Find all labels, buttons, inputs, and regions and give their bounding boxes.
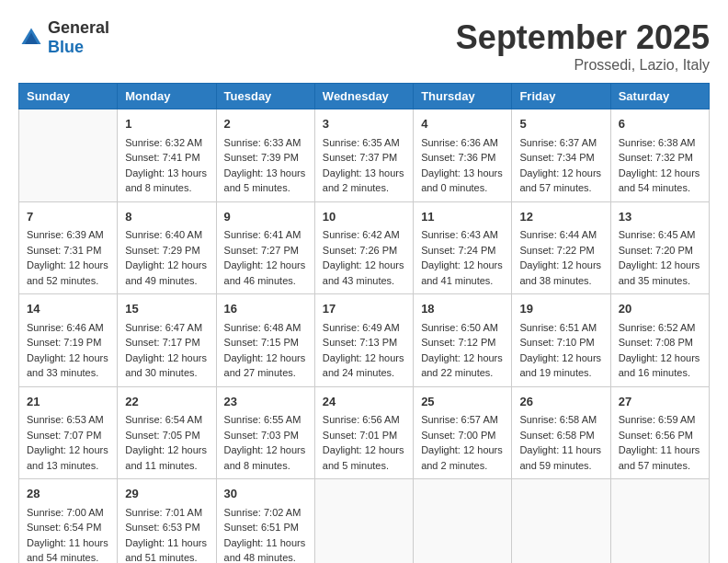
day-number: 24 <box>323 393 405 411</box>
daylight-text: Daylight: 11 hours and 54 minutes. <box>27 537 108 564</box>
calendar-cell <box>512 479 610 564</box>
daylight-text: Daylight: 12 hours and 8 minutes. <box>224 444 306 471</box>
daylight-text: Daylight: 12 hours and 19 minutes. <box>519 352 601 379</box>
sunset-text: Sunset: 7:37 PM <box>323 152 397 163</box>
weekday-header: Sunday <box>19 84 118 109</box>
calendar-week-row: 28 Sunrise: 7:00 AM Sunset: 6:54 PM Dayl… <box>19 479 710 564</box>
weekday-header: Friday <box>512 84 610 109</box>
sunset-text: Sunset: 7:24 PM <box>421 245 495 256</box>
day-number: 16 <box>224 300 307 318</box>
day-number: 30 <box>224 485 307 503</box>
calendar-cell <box>414 479 512 564</box>
day-number: 20 <box>619 300 701 318</box>
sunrise-text: Sunrise: 6:56 AM <box>323 414 400 425</box>
daylight-text: Daylight: 12 hours and 27 minutes. <box>224 352 306 379</box>
sunset-text: Sunset: 7:12 PM <box>421 337 495 348</box>
sunrise-text: Sunrise: 6:45 AM <box>619 229 696 240</box>
calendar-cell: 1 Sunrise: 6:32 AM Sunset: 7:41 PM Dayli… <box>118 109 216 202</box>
calendar-cell: 24 Sunrise: 6:56 AM Sunset: 7:01 PM Dayl… <box>314 386 413 479</box>
calendar-cell: 26 Sunrise: 6:58 AM Sunset: 6:58 PM Dayl… <box>512 386 610 479</box>
calendar-cell: 2 Sunrise: 6:33 AM Sunset: 7:39 PM Dayli… <box>216 109 314 202</box>
sunrise-text: Sunrise: 6:36 AM <box>421 137 498 148</box>
sunset-text: Sunset: 7:19 PM <box>27 337 101 348</box>
sunrise-text: Sunrise: 6:51 AM <box>519 322 597 333</box>
sunset-text: Sunset: 6:58 PM <box>519 430 594 441</box>
weekday-header: Thursday <box>414 84 512 109</box>
sunrise-text: Sunrise: 6:35 AM <box>323 137 400 148</box>
calendar-cell: 7 Sunrise: 6:39 AM Sunset: 7:31 PM Dayli… <box>19 201 118 294</box>
calendar-cell: 4 Sunrise: 6:36 AM Sunset: 7:36 PM Dayli… <box>414 109 512 202</box>
sunrise-text: Sunrise: 6:48 AM <box>224 322 301 333</box>
calendar-subtitle: Prossedi, Lazio, Italy <box>456 57 710 74</box>
page-header: General Blue September 2025 Prossedi, La… <box>18 18 710 74</box>
daylight-text: Daylight: 12 hours and 41 minutes. <box>421 259 503 286</box>
sunrise-text: Sunrise: 6:59 AM <box>619 414 696 425</box>
weekday-header: Monday <box>118 84 216 109</box>
sunset-text: Sunset: 7:29 PM <box>125 245 199 256</box>
sunset-text: Sunset: 7:17 PM <box>125 337 199 348</box>
sunrise-text: Sunrise: 7:02 AM <box>224 507 301 518</box>
sunset-text: Sunset: 7:41 PM <box>125 152 199 163</box>
sunset-text: Sunset: 7:05 PM <box>125 430 199 441</box>
calendar-cell <box>19 109 118 202</box>
sunrise-text: Sunrise: 6:42 AM <box>323 229 400 240</box>
daylight-text: Daylight: 12 hours and 38 minutes. <box>519 259 601 286</box>
sunset-text: Sunset: 7:08 PM <box>619 337 693 348</box>
day-number: 8 <box>125 208 208 226</box>
sunrise-text: Sunrise: 6:46 AM <box>27 322 104 333</box>
calendar-cell: 29 Sunrise: 7:01 AM Sunset: 6:53 PM Dayl… <box>118 479 216 564</box>
sunrise-text: Sunrise: 6:43 AM <box>421 229 498 240</box>
day-number: 28 <box>27 485 109 503</box>
sunset-text: Sunset: 7:03 PM <box>224 430 299 441</box>
calendar-cell: 16 Sunrise: 6:48 AM Sunset: 7:15 PM Dayl… <box>216 294 314 387</box>
sunset-text: Sunset: 7:15 PM <box>224 337 299 348</box>
sunrise-text: Sunrise: 6:39 AM <box>27 229 104 240</box>
sunrise-text: Sunrise: 6:54 AM <box>125 414 202 425</box>
day-number: 14 <box>27 300 109 318</box>
sunset-text: Sunset: 7:39 PM <box>224 152 299 163</box>
calendar-body: 1 Sunrise: 6:32 AM Sunset: 7:41 PM Dayli… <box>19 109 710 564</box>
daylight-text: Daylight: 11 hours and 57 minutes. <box>619 444 700 471</box>
daylight-text: Daylight: 13 hours and 5 minutes. <box>224 167 306 194</box>
weekday-header: Tuesday <box>216 84 314 109</box>
sunrise-text: Sunrise: 7:00 AM <box>27 507 104 518</box>
day-number: 7 <box>27 208 109 226</box>
calendar-cell: 15 Sunrise: 6:47 AM Sunset: 7:17 PM Dayl… <box>118 294 216 387</box>
sunset-text: Sunset: 7:27 PM <box>224 245 299 256</box>
calendar-week-row: 14 Sunrise: 6:46 AM Sunset: 7:19 PM Dayl… <box>19 294 710 387</box>
sunset-text: Sunset: 7:34 PM <box>519 152 594 163</box>
sunset-text: Sunset: 7:01 PM <box>323 430 397 441</box>
daylight-text: Daylight: 12 hours and 46 minutes. <box>224 259 306 286</box>
calendar-week-row: 7 Sunrise: 6:39 AM Sunset: 7:31 PM Dayli… <box>19 201 710 294</box>
daylight-text: Daylight: 12 hours and 54 minutes. <box>619 167 700 194</box>
sunrise-text: Sunrise: 6:49 AM <box>323 322 400 333</box>
sunrise-text: Sunrise: 6:57 AM <box>421 414 498 425</box>
sunrise-text: Sunrise: 6:37 AM <box>519 137 597 148</box>
weekday-header: Saturday <box>610 84 709 109</box>
daylight-text: Daylight: 13 hours and 8 minutes. <box>125 167 207 194</box>
day-number: 3 <box>323 115 405 133</box>
calendar-cell: 18 Sunrise: 6:50 AM Sunset: 7:12 PM Dayl… <box>414 294 512 387</box>
sunset-text: Sunset: 7:22 PM <box>519 245 594 256</box>
day-number: 21 <box>27 393 109 411</box>
calendar-cell: 3 Sunrise: 6:35 AM Sunset: 7:37 PM Dayli… <box>314 109 413 202</box>
calendar-cell: 20 Sunrise: 6:52 AM Sunset: 7:08 PM Dayl… <box>610 294 709 387</box>
day-number: 29 <box>125 485 208 503</box>
sunrise-text: Sunrise: 6:52 AM <box>619 322 696 333</box>
day-number: 5 <box>519 115 602 133</box>
calendar-cell: 10 Sunrise: 6:42 AM Sunset: 7:26 PM Dayl… <box>314 201 413 294</box>
logo-icon <box>18 25 44 51</box>
calendar-cell: 21 Sunrise: 6:53 AM Sunset: 7:07 PM Dayl… <box>19 386 118 479</box>
sunrise-text: Sunrise: 6:44 AM <box>519 229 597 240</box>
sunset-text: Sunset: 7:36 PM <box>421 152 495 163</box>
daylight-text: Daylight: 12 hours and 35 minutes. <box>619 259 700 286</box>
sunrise-text: Sunrise: 7:01 AM <box>125 507 202 518</box>
calendar-table: SundayMondayTuesdayWednesdayThursdayFrid… <box>18 83 710 563</box>
day-number: 6 <box>619 115 701 133</box>
calendar-cell: 30 Sunrise: 7:02 AM Sunset: 6:51 PM Dayl… <box>216 479 314 564</box>
sunset-text: Sunset: 7:07 PM <box>27 430 101 441</box>
calendar-cell: 23 Sunrise: 6:55 AM Sunset: 7:03 PM Dayl… <box>216 386 314 479</box>
daylight-text: Daylight: 11 hours and 48 minutes. <box>224 537 306 564</box>
calendar-header-row: SundayMondayTuesdayWednesdayThursdayFrid… <box>19 84 710 109</box>
calendar-cell: 14 Sunrise: 6:46 AM Sunset: 7:19 PM Dayl… <box>19 294 118 387</box>
